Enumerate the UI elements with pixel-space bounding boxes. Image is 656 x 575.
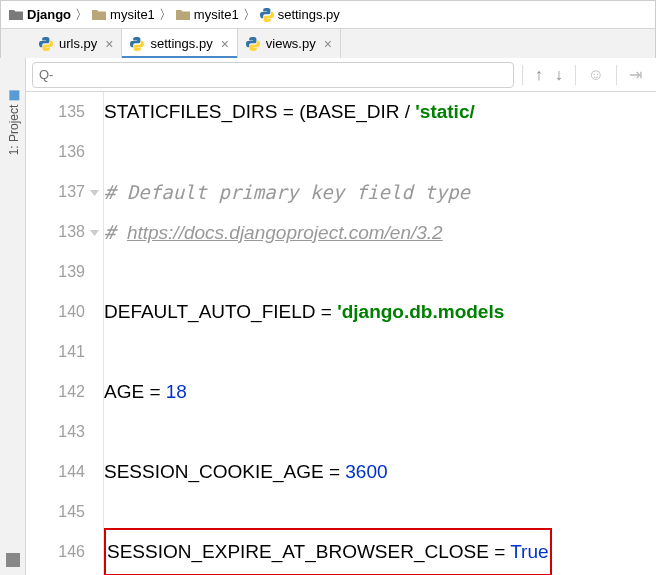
reader-mode-icon[interactable]: ☺ <box>588 66 604 84</box>
code-line[interactable] <box>104 492 656 532</box>
breadcrumb-item[interactable]: settings.py <box>258 5 342 24</box>
editor-tab[interactable]: settings.py× <box>122 29 237 59</box>
line-number: 136 <box>26 132 85 172</box>
code-line[interactable] <box>104 412 656 452</box>
tool-sidebar: 1: Project <box>0 58 26 575</box>
code-line[interactable]: SESSION_EXPIRE_AT_BROWSER_CLOSE = True <box>104 532 656 572</box>
breadcrumb-label: Django <box>27 7 71 22</box>
code-line[interactable]: STATICFILES_DIRS = (BASE_DIR / 'static/ <box>104 92 656 132</box>
python-file-icon <box>260 8 274 22</box>
close-tab-icon[interactable]: × <box>105 37 113 51</box>
fold-marker-icon[interactable] <box>88 186 101 199</box>
tab-label: views.py <box>266 36 316 51</box>
breadcrumb-separator-icon: 〉 <box>159 6 172 24</box>
line-number: 137 <box>26 172 85 212</box>
tab-label: urls.py <box>59 36 97 51</box>
prev-occurrence-icon[interactable]: ↑ <box>535 66 543 84</box>
close-tab-icon[interactable]: × <box>221 37 229 51</box>
code-line[interactable] <box>104 252 656 292</box>
close-tab-icon[interactable]: × <box>324 37 332 51</box>
python-file-icon <box>246 37 260 51</box>
svg-marker-0 <box>90 190 99 196</box>
line-number: 141 <box>26 332 85 372</box>
editor-toolbar: ↑ ↓ ☺ ⇥ <box>26 58 656 92</box>
line-number-gutter: 135136137138139140141142143144145146 <box>26 92 104 575</box>
code-editor[interactable]: 135136137138139140141142143144145146 STA… <box>26 92 656 575</box>
breadcrumb-item[interactable]: Django <box>7 5 73 24</box>
breadcrumb-item[interactable]: mysite1 <box>174 5 241 24</box>
line-number: 143 <box>26 412 85 452</box>
line-number: 140 <box>26 292 85 332</box>
editor-tab[interactable]: views.py× <box>238 29 341 58</box>
fold-marker-icon[interactable] <box>88 226 101 239</box>
code-line[interactable] <box>104 132 656 172</box>
line-number: 139 <box>26 252 85 292</box>
line-number: 144 <box>26 452 85 492</box>
line-number: 138 <box>26 212 85 252</box>
svg-marker-1 <box>90 230 99 236</box>
breadcrumb-item[interactable]: mysite1 <box>90 5 157 24</box>
python-file-icon <box>130 37 144 51</box>
breadcrumb-label: mysite1 <box>194 7 239 22</box>
line-number: 142 <box>26 372 85 412</box>
code-content[interactable]: STATICFILES_DIRS = (BASE_DIR / 'static/#… <box>104 92 656 575</box>
code-line[interactable]: DEFAULT_AUTO_FIELD = 'django.db.models <box>104 292 656 332</box>
folder-icon <box>176 8 190 22</box>
toolbar-actions: ↑ ↓ ☺ ⇥ <box>514 65 650 85</box>
folder-icon <box>92 8 106 22</box>
python-file-icon <box>39 37 53 51</box>
line-number: 145 <box>26 492 85 532</box>
structure-tool-icon[interactable] <box>6 553 20 567</box>
pin-icon[interactable]: ⇥ <box>629 65 642 84</box>
tab-label: settings.py <box>150 36 212 51</box>
project-tool-button[interactable]: 1: Project <box>7 91 21 156</box>
breadcrumb-separator-icon: 〉 <box>75 6 88 24</box>
code-line[interactable]: SESSION_COOKIE_AGE = 3600 <box>104 452 656 492</box>
folder-icon <box>9 8 23 22</box>
editor-tabs: urls.py×settings.py×views.py× <box>1 29 655 59</box>
breadcrumb-label: settings.py <box>278 7 340 22</box>
line-number: 146 <box>26 532 85 572</box>
breadcrumb-label: mysite1 <box>110 7 155 22</box>
breadcrumb-separator-icon: 〉 <box>243 6 256 24</box>
next-occurrence-icon[interactable]: ↓ <box>555 66 563 84</box>
line-number: 135 <box>26 92 85 132</box>
code-line[interactable]: # https://docs.djangoproject.com/en/3.2 <box>104 212 656 252</box>
search-input[interactable] <box>32 62 514 88</box>
code-line[interactable]: AGE = 18 <box>104 372 656 412</box>
breadcrumbs: Django〉mysite1〉mysite1〉settings.py <box>1 1 655 29</box>
editor-tab[interactable]: urls.py× <box>31 29 122 58</box>
code-line[interactable] <box>104 332 656 372</box>
code-line[interactable]: # Default primary key field type <box>104 172 656 212</box>
